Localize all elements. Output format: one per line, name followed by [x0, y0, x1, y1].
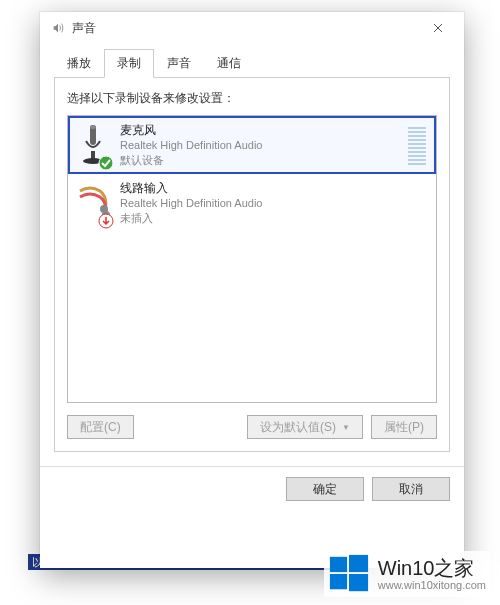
device-text: 线路输入 Realtek High Definition Audio 未插入 — [120, 180, 428, 226]
tab-playback[interactable]: 播放 — [54, 49, 104, 78]
svg-rect-10 — [330, 574, 347, 589]
titlebar: 声音 — [40, 12, 464, 44]
set-default-button[interactable]: 设为默认值(S) ▼ — [247, 415, 363, 439]
device-text: 麦克风 Realtek High Definition Audio 默认设备 — [120, 122, 398, 168]
device-description: Realtek High Definition Audio — [120, 138, 398, 153]
speaker-icon — [50, 20, 66, 36]
svg-point-1 — [90, 125, 96, 129]
tab-strip: 播放 录制 声音 通信 — [54, 48, 450, 78]
dialog-title: 声音 — [72, 20, 418, 37]
cancel-button[interactable]: 取消 — [372, 477, 450, 501]
svg-rect-11 — [349, 574, 368, 591]
set-default-label: 设为默认值(S) — [260, 419, 336, 436]
sound-dialog: 声音 播放 录制 声音 通信 选择以下录制设备来修改设置： — [40, 12, 464, 568]
svg-point-4 — [99, 156, 113, 170]
watermark: Win10之家 www.win10xitong.com — [324, 551, 490, 597]
panel-button-row: 配置(C) 设为默认值(S) ▼ 属性(P) — [67, 415, 437, 439]
watermark-title: Win10之家 — [378, 557, 486, 579]
windows-logo-icon — [328, 553, 370, 595]
ok-button[interactable]: 确定 — [286, 477, 364, 501]
down-arrow-icon — [98, 213, 114, 229]
device-status: 未插入 — [120, 211, 428, 226]
device-description: Realtek High Definition Audio — [120, 196, 428, 211]
tab-communications[interactable]: 通信 — [204, 49, 254, 78]
check-icon — [98, 155, 114, 171]
svg-rect-2 — [91, 151, 95, 159]
dialog-button-row: 确定 取消 — [40, 466, 464, 511]
panel-prompt: 选择以下录制设备来修改设置： — [67, 90, 437, 107]
properties-button[interactable]: 属性(P) — [371, 415, 437, 439]
tab-sounds[interactable]: 声音 — [154, 49, 204, 78]
line-in-icon — [76, 181, 110, 225]
device-name: 麦克风 — [120, 122, 398, 138]
svg-rect-8 — [330, 557, 347, 572]
device-item-microphone[interactable]: 麦克风 Realtek High Definition Audio 默认设备 — [68, 116, 436, 174]
recording-panel: 选择以下录制设备来修改设置： — [54, 78, 450, 452]
watermark-url: www.win10xitong.com — [378, 579, 486, 591]
chevron-down-icon: ▼ — [342, 423, 350, 432]
close-button[interactable] — [418, 14, 458, 42]
tab-recording[interactable]: 录制 — [104, 49, 154, 78]
device-item-line-in[interactable]: 线路输入 Realtek High Definition Audio 未插入 — [68, 174, 436, 232]
device-name: 线路输入 — [120, 180, 428, 196]
dialog-content: 播放 录制 声音 通信 选择以下录制设备来修改设置： — [40, 44, 464, 466]
svg-rect-9 — [349, 555, 368, 572]
level-meter — [408, 125, 426, 165]
microphone-icon — [76, 123, 110, 167]
close-icon — [433, 23, 443, 33]
device-status: 默认设备 — [120, 153, 398, 168]
configure-button[interactable]: 配置(C) — [67, 415, 134, 439]
device-list[interactable]: 麦克风 Realtek High Definition Audio 默认设备 — [67, 115, 437, 403]
